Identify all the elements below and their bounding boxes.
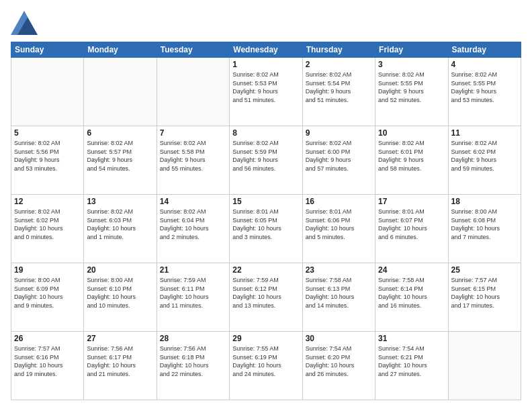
cell-day-number: 8: [232, 128, 299, 138]
calendar-cell: 1Sunrise: 8:02 AM Sunset: 5:53 PM Daylig…: [230, 58, 302, 126]
cell-info: Sunrise: 7:57 AM Sunset: 6:15 PM Dayligh…: [451, 276, 518, 310]
cell-day-number: 31: [378, 334, 445, 343]
calendar-cell: 19Sunrise: 8:00 AM Sunset: 6:09 PM Dayli…: [11, 263, 84, 332]
cell-day-number: 25: [451, 265, 518, 275]
cell-info: Sunrise: 8:02 AM Sunset: 6:03 PM Dayligh…: [87, 208, 153, 241]
calendar-cell: [84, 58, 157, 126]
cell-info: Sunrise: 7:54 AM Sunset: 6:20 PM Dayligh…: [306, 345, 372, 378]
cell-day-number: 22: [232, 265, 299, 275]
cell-day-number: 15: [232, 197, 299, 206]
cell-day-number: 4: [451, 60, 518, 69]
cell-info: Sunrise: 8:01 AM Sunset: 6:07 PM Dayligh…: [378, 208, 445, 241]
cell-info: Sunrise: 7:56 AM Sunset: 6:18 PM Dayligh…: [160, 345, 226, 378]
calendar-cell: 17Sunrise: 8:01 AM Sunset: 6:07 PM Dayli…: [375, 195, 448, 263]
cell-info: Sunrise: 8:02 AM Sunset: 5:55 PM Dayligh…: [451, 71, 518, 104]
page: SundayMondayTuesdayWednesdayThursdayFrid…: [0, 0, 532, 411]
calendar-cell: 23Sunrise: 7:58 AM Sunset: 6:13 PM Dayli…: [302, 263, 375, 332]
cell-info: Sunrise: 7:57 AM Sunset: 6:16 PM Dayligh…: [14, 345, 81, 378]
cell-day-number: 27: [87, 334, 153, 343]
cell-info: Sunrise: 8:00 AM Sunset: 6:08 PM Dayligh…: [451, 208, 518, 241]
calendar-cell: 22Sunrise: 7:59 AM Sunset: 6:12 PM Dayli…: [230, 263, 302, 332]
logo-icon: [11, 11, 38, 35]
cell-info: Sunrise: 8:01 AM Sunset: 6:05 PM Dayligh…: [232, 208, 299, 241]
logo: [11, 11, 40, 35]
cell-info: Sunrise: 7:58 AM Sunset: 6:14 PM Dayligh…: [378, 276, 445, 310]
header-cell-saturday: Saturday: [448, 42, 521, 58]
cell-info: Sunrise: 7:56 AM Sunset: 6:17 PM Dayligh…: [87, 345, 153, 378]
cell-info: Sunrise: 7:59 AM Sunset: 6:12 PM Dayligh…: [232, 276, 299, 310]
header-cell-tuesday: Tuesday: [157, 42, 229, 58]
cell-day-number: 10: [378, 128, 445, 138]
calendar-cell: 15Sunrise: 8:01 AM Sunset: 6:05 PM Dayli…: [230, 195, 302, 263]
header-cell-thursday: Thursday: [302, 42, 375, 58]
cell-info: Sunrise: 8:00 AM Sunset: 6:10 PM Dayligh…: [87, 276, 153, 310]
calendar-cell: [157, 58, 229, 126]
header-cell-monday: Monday: [84, 42, 157, 58]
cell-day-number: 26: [14, 334, 81, 343]
cell-day-number: 16: [306, 197, 372, 206]
calendar-cell: 11Sunrise: 8:02 AM Sunset: 6:02 PM Dayli…: [448, 126, 521, 195]
calendar-cell: 31Sunrise: 7:54 AM Sunset: 6:21 PM Dayli…: [375, 332, 448, 400]
cell-day-number: 14: [160, 197, 226, 206]
cell-day-number: 6: [87, 128, 153, 138]
cell-day-number: 20: [87, 265, 153, 275]
header-cell-friday: Friday: [375, 42, 448, 58]
cell-day-number: 12: [14, 197, 81, 206]
calendar-cell: 20Sunrise: 8:00 AM Sunset: 6:10 PM Dayli…: [84, 263, 157, 332]
calendar-cell: [448, 332, 521, 400]
week-row-1: 1Sunrise: 8:02 AM Sunset: 5:53 PM Daylig…: [11, 58, 521, 126]
calendar-cell: 30Sunrise: 7:54 AM Sunset: 6:20 PM Dayli…: [302, 332, 375, 400]
week-row-5: 26Sunrise: 7:57 AM Sunset: 6:16 PM Dayli…: [11, 332, 521, 400]
cell-day-number: 30: [306, 334, 372, 343]
calendar-cell: [11, 58, 84, 126]
calendar-cell: 9Sunrise: 8:02 AM Sunset: 6:00 PM Daylig…: [302, 126, 375, 195]
cell-day-number: 9: [306, 128, 372, 138]
cell-info: Sunrise: 8:02 AM Sunset: 5:59 PM Dayligh…: [232, 139, 299, 173]
cell-info: Sunrise: 8:02 AM Sunset: 6:02 PM Dayligh…: [451, 139, 518, 173]
cell-info: Sunrise: 8:02 AM Sunset: 5:55 PM Dayligh…: [378, 71, 445, 104]
cell-day-number: 28: [160, 334, 226, 343]
cell-info: Sunrise: 8:01 AM Sunset: 6:06 PM Dayligh…: [306, 208, 372, 241]
calendar-cell: 26Sunrise: 7:57 AM Sunset: 6:16 PM Dayli…: [11, 332, 84, 400]
cell-info: Sunrise: 8:02 AM Sunset: 5:58 PM Dayligh…: [160, 139, 226, 173]
cell-day-number: 1: [232, 60, 299, 69]
calendar-cell: 29Sunrise: 7:55 AM Sunset: 6:19 PM Dayli…: [230, 332, 302, 400]
calendar-cell: 2Sunrise: 8:02 AM Sunset: 5:54 PM Daylig…: [302, 58, 375, 126]
cell-info: Sunrise: 8:02 AM Sunset: 5:53 PM Dayligh…: [232, 71, 299, 104]
calendar-table: SundayMondayTuesdayWednesdayThursdayFrid…: [11, 42, 521, 400]
cell-day-number: 19: [14, 265, 81, 275]
calendar-cell: 14Sunrise: 8:02 AM Sunset: 6:04 PM Dayli…: [157, 195, 229, 263]
calendar-cell: 6Sunrise: 8:02 AM Sunset: 5:57 PM Daylig…: [84, 126, 157, 195]
calendar-cell: 25Sunrise: 7:57 AM Sunset: 6:15 PM Dayli…: [448, 263, 521, 332]
cell-day-number: 5: [14, 128, 81, 138]
week-row-2: 5Sunrise: 8:02 AM Sunset: 5:56 PM Daylig…: [11, 126, 521, 195]
cell-day-number: 13: [87, 197, 153, 206]
calendar-cell: 8Sunrise: 8:02 AM Sunset: 5:59 PM Daylig…: [230, 126, 302, 195]
cell-info: Sunrise: 7:55 AM Sunset: 6:19 PM Dayligh…: [232, 345, 299, 378]
cell-info: Sunrise: 8:02 AM Sunset: 6:01 PM Dayligh…: [378, 139, 445, 173]
calendar-cell: 13Sunrise: 8:02 AM Sunset: 6:03 PM Dayli…: [84, 195, 157, 263]
calendar-cell: 21Sunrise: 7:59 AM Sunset: 6:11 PM Dayli…: [157, 263, 229, 332]
calendar-cell: 5Sunrise: 8:02 AM Sunset: 5:56 PM Daylig…: [11, 126, 84, 195]
cell-day-number: 23: [306, 265, 372, 275]
cell-day-number: 17: [378, 197, 445, 206]
header: [11, 11, 521, 35]
cell-day-number: 3: [378, 60, 445, 69]
calendar-cell: 18Sunrise: 8:00 AM Sunset: 6:08 PM Dayli…: [448, 195, 521, 263]
cell-info: Sunrise: 7:58 AM Sunset: 6:13 PM Dayligh…: [306, 276, 372, 310]
calendar-cell: 7Sunrise: 8:02 AM Sunset: 5:58 PM Daylig…: [157, 126, 229, 195]
cell-info: Sunrise: 8:02 AM Sunset: 5:56 PM Dayligh…: [14, 139, 81, 173]
week-row-3: 12Sunrise: 8:02 AM Sunset: 6:02 PM Dayli…: [11, 195, 521, 263]
cell-info: Sunrise: 8:02 AM Sunset: 5:54 PM Dayligh…: [306, 71, 372, 104]
cell-day-number: 2: [306, 60, 372, 69]
week-row-4: 19Sunrise: 8:00 AM Sunset: 6:09 PM Dayli…: [11, 263, 521, 332]
cell-info: Sunrise: 7:54 AM Sunset: 6:21 PM Dayligh…: [378, 345, 445, 378]
cell-day-number: 18: [451, 197, 518, 206]
cell-day-number: 21: [160, 265, 226, 275]
cell-info: Sunrise: 8:02 AM Sunset: 6:00 PM Dayligh…: [306, 139, 372, 173]
calendar-cell: 4Sunrise: 8:02 AM Sunset: 5:55 PM Daylig…: [448, 58, 521, 126]
calendar-cell: 28Sunrise: 7:56 AM Sunset: 6:18 PM Dayli…: [157, 332, 229, 400]
header-cell-wednesday: Wednesday: [230, 42, 302, 58]
calendar-cell: 24Sunrise: 7:58 AM Sunset: 6:14 PM Dayli…: [375, 263, 448, 332]
cell-day-number: 24: [378, 265, 445, 275]
